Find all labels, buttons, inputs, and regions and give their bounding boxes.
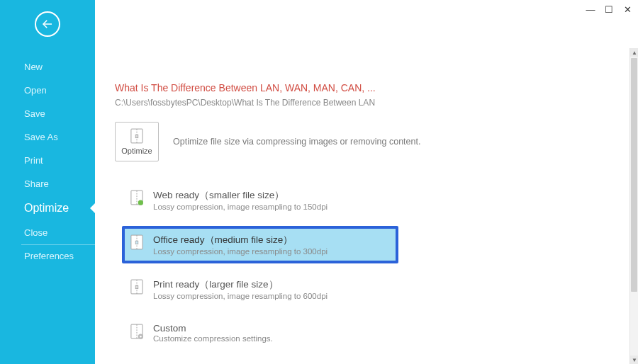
option-office-ready[interactable]: Office ready（medium file size） Lossy com… — [122, 226, 398, 263]
svg-point-11 — [140, 336, 142, 338]
window-controls: — ☐ ✕ — [584, 3, 634, 16]
back-button[interactable] — [35, 11, 60, 37]
svg-rect-8 — [135, 285, 138, 289]
zip-file-web-icon — [130, 190, 143, 205]
sidebar-item-label: Preferences — [24, 251, 74, 261]
scroll-up-button[interactable]: ▲ — [630, 48, 638, 57]
option-subtitle: Lossy compression, image resampling to 3… — [153, 247, 328, 256]
svg-point-4 — [138, 200, 143, 205]
option-texts: Web ready（smaller file size） Lossy compr… — [153, 189, 328, 211]
sidebar-item-label: Save — [24, 108, 45, 119]
option-title: Print ready（larger file size） — [153, 278, 328, 291]
sidebar-item-save-as[interactable]: Save As — [0, 125, 95, 149]
main-panel: What Is The Difference Between LAN, WAN,… — [95, 0, 638, 364]
document-path: C:\Users\fossbytesPC\Desktop\What Is The… — [115, 98, 610, 108]
sidebar-item-share[interactable]: Share — [0, 172, 95, 195]
sidebar-item-preferences[interactable]: Preferences — [0, 244, 95, 268]
close-window-button[interactable]: ✕ — [621, 3, 634, 16]
sidebar-item-label: Print — [24, 155, 43, 166]
svg-rect-6 — [135, 241, 138, 244]
optimize-tile-button[interactable]: Optimize — [115, 122, 159, 161]
sidebar-item-new[interactable]: New — [0, 55, 95, 79]
option-custom[interactable]: Custom Customize compression settings. — [122, 315, 398, 351]
zip-file-gear-icon — [130, 324, 143, 339]
sidebar-item-label: Share — [24, 178, 49, 189]
sidebar-header — [0, 0, 95, 48]
optimize-header: Optimize Optimize file size via compress… — [115, 122, 610, 161]
sidebar: New Open Save Save As Print Share Optimi… — [0, 0, 95, 364]
option-web-ready[interactable]: Web ready（smaller file size） Lossy compr… — [122, 181, 398, 219]
option-subtitle: Lossy compression, image resampling to 6… — [153, 292, 328, 300]
content-area: What Is The Difference Between LAN, WAN,… — [95, 48, 629, 364]
sidebar-item-label: Optimize — [24, 202, 69, 214]
minimize-button[interactable]: — — [584, 3, 597, 16]
option-print-ready[interactable]: Print ready（larger file size） Lossy comp… — [122, 271, 398, 308]
option-subtitle: Lossy compression, image resampling to 1… — [153, 203, 328, 211]
scroll-down-button[interactable]: ▼ — [630, 356, 638, 364]
back-arrow-icon — [41, 18, 54, 30]
scroll-thumb[interactable] — [631, 58, 637, 292]
option-subtitle: Customize compression settings. — [153, 334, 273, 343]
sidebar-item-label: Close — [24, 227, 47, 238]
option-texts: Office ready（medium file size） Lossy com… — [153, 234, 328, 256]
svg-rect-2 — [135, 135, 138, 138]
app-window: — ☐ ✕ New Open Save Save As Print Share … — [0, 0, 638, 364]
optimize-tile-label: Optimize — [121, 147, 152, 155]
option-title: Office ready（medium file size） — [153, 234, 328, 246]
sidebar-item-label: Save As — [24, 132, 58, 142]
sidebar-item-print[interactable]: Print — [0, 149, 95, 172]
zip-file-icon — [130, 279, 143, 295]
sidebar-item-save[interactable]: Save — [0, 102, 95, 125]
maximize-button[interactable]: ☐ — [603, 3, 615, 16]
optimize-options-list: Web ready（smaller file size） Lossy compr… — [115, 181, 610, 351]
option-title: Custom — [153, 323, 273, 334]
optimize-description: Optimize file size via compressing image… — [173, 137, 420, 147]
document-title: What Is The Difference Between LAN, WAN,… — [115, 82, 610, 93]
zip-file-icon — [130, 128, 143, 144]
option-texts: Print ready（larger file size） Lossy comp… — [153, 278, 328, 300]
vertical-scrollbar[interactable]: ▲ ▼ — [629, 48, 638, 364]
sidebar-item-label: New — [24, 62, 43, 72]
sidebar-item-close[interactable]: Close — [0, 221, 95, 244]
option-texts: Custom Customize compression settings. — [153, 323, 273, 343]
zip-file-icon — [130, 234, 143, 250]
sidebar-item-open[interactable]: Open — [0, 79, 95, 102]
sidebar-item-label: Open — [24, 85, 47, 96]
sidebar-item-optimize[interactable]: Optimize — [0, 195, 95, 221]
sidebar-items: New Open Save Save As Print Share Optimi… — [0, 48, 95, 268]
option-title: Web ready（smaller file size） — [153, 189, 328, 202]
